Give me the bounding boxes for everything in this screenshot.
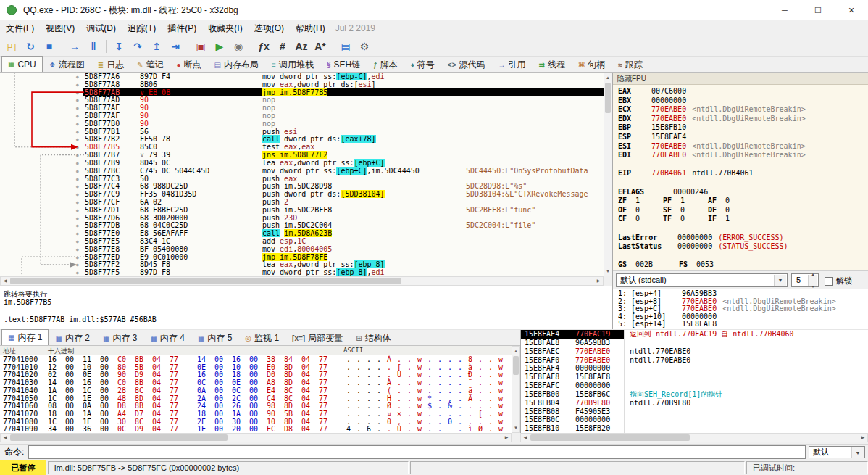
patch-button[interactable]: ▣ — [192, 38, 209, 55]
menu-item-2[interactable]: 调试(D) — [80, 20, 122, 36]
scroll-up-arrow-icon[interactable]: ▲ — [512, 347, 519, 355]
tab-watch1[interactable]: ◎监视 1 — [238, 331, 285, 345]
flags-row[interactable]: ZF1PF1AF0 — [618, 197, 753, 205]
instruction-dot-icon[interactable]: ● — [76, 221, 79, 229]
argument-row-2[interactable]: 2:[esp+8]770EABE0<ntdll.DbgUiRemoteBreak… — [618, 297, 836, 305]
dump-vscroll-thumb[interactable] — [513, 356, 519, 375]
tab-dump3[interactable]: ▦内存 3 — [96, 331, 143, 345]
flag-DF[interactable]: DF0 — [708, 206, 753, 215]
stack-row-15E8FAF4[interactable]: 15E8FAF400000000 — [521, 364, 868, 373]
disasm-row-5D8F77AD[interactable]: ●5D8F77AD90nop — [0, 96, 604, 104]
scroll-left-arrow-icon[interactable]: ◀ — [1, 277, 9, 285]
calculator-button[interactable]: ƒx — [255, 38, 272, 55]
dump-hscroll-thumb[interactable] — [10, 434, 228, 441]
stack-view[interactable]: 15E8FAE4770EAC19返回到 ntdll.770EAC19 自 ntd… — [520, 330, 868, 433]
tab-dump5[interactable]: ▦内存 5 — [191, 331, 238, 345]
register-row-LastStatus[interactable]: LastStatus00000000(STATUS_SUCCESS) — [618, 242, 788, 251]
tab-script[interactable]: ƒ脚本 — [367, 57, 404, 72]
instruction-dot-icon[interactable]: ● — [76, 143, 79, 151]
tab-seh-chain[interactable]: §SEH链 — [320, 57, 367, 72]
step-over-button[interactable]: ↷ — [129, 38, 146, 55]
stack-row-15E8FAEC[interactable]: 15E8FAEC770EABE0ntdll.770EABE0 — [521, 347, 868, 356]
argument-row-1[interactable]: 1:[esp+4]96A59BB3 — [618, 289, 717, 297]
scroll-left-arrow-icon[interactable]: ◀ — [522, 434, 529, 442]
settings-button[interactable]: ⚙ — [356, 38, 373, 55]
tab-locals[interactable]: [x=]局部变量 — [285, 331, 349, 345]
flag-TF[interactable]: TF0 — [663, 215, 708, 223]
instruction-dot-icon[interactable]: ● — [76, 167, 79, 175]
open-file-button[interactable]: ◰ — [3, 38, 20, 55]
minimize-button[interactable]: ─ — [768, 0, 801, 20]
stack-row-15E8FB08[interactable]: 15E8FB08F45905E3 — [521, 408, 868, 416]
flag-GS[interactable]: GS002B — [618, 260, 679, 269]
disasm-row-5D8F77B2[interactable]: ●5D8F77B2FF50 78call dword ptr ds:[eax+7… — [0, 135, 604, 143]
calling-convention-select[interactable]: 默认 (stdcall) ▼ — [616, 273, 788, 287]
unlock-checkbox[interactable]: 解锁 — [825, 276, 852, 286]
disasm-row-5D8F77C4[interactable]: ●5D8F77C468 988DC25Dpush im.5DC28D985DC2… — [0, 182, 604, 190]
menu-item-0[interactable]: 文件(F) — [0, 20, 40, 36]
instruction-dot-icon[interactable]: ● — [76, 182, 79, 190]
flag-IF[interactable]: IF1 — [708, 215, 753, 223]
register-row-EDX[interactable]: EDX770EABE0<ntdll.DbgUiRemoteBreakin> — [618, 115, 806, 123]
tab-references[interactable]: →引用 — [492, 57, 533, 72]
hide-fpu-button[interactable]: 隐藏FPU — [613, 73, 868, 85]
disasm-row-5D8F77B0[interactable]: ●5D8F77B090nop — [0, 120, 604, 128]
stack-hscrollbar[interactable]: ◀ ▶ — [520, 433, 868, 442]
tab-log[interactable]: ≣日志 — [91, 57, 130, 72]
disasm-row-5D8F77A8[interactable]: ●5D8F77A88B06mov eax,dword ptr ds:[esi] — [0, 80, 604, 88]
tab-trace[interactable]: ≈跟踪 — [612, 57, 649, 72]
tab-struct[interactable]: ⊞结构体 — [349, 331, 397, 345]
disasm-row-5D8F77E0[interactable]: ●5D8F77E0E8 56EAFAFFcall im.5D8A623B — [0, 229, 604, 237]
argument-row-4[interactable]: 4:[esp+10]00000000 — [618, 313, 717, 321]
disasm-row-5D8F77D1[interactable]: ●5D8F77D168 F8BFC25Dpush im.5DC2BFF85DC2… — [0, 206, 604, 214]
disasm-row-5D8F77C3[interactable]: ●5D8F77C350push eax — [0, 175, 604, 183]
goto-button[interactable]: # — [274, 38, 291, 55]
run-button[interactable]: → — [66, 38, 83, 55]
instruction-dot-icon[interactable]: ● — [76, 175, 79, 183]
instruction-dot-icon[interactable]: ● — [76, 206, 79, 214]
register-row-ECX[interactable]: ECX770EABE0<ntdll.DbgUiRemoteBreakin> — [618, 105, 806, 114]
pause-button[interactable]: ‖ — [85, 38, 102, 55]
disasm-row-5D8F77E8[interactable]: ●5D8F77E8BF 05400080mov edi,80004005 — [0, 245, 604, 253]
argument-row-5[interactable]: 5:[esp+14]15E8FAE8 — [618, 320, 717, 328]
disasm-row-5D8F77F5[interactable]: ●5D8F77F5897D F8mov dword ptr ss:[ebp-8]… — [0, 268, 604, 276]
instruction-dot-icon[interactable]: ● — [76, 151, 79, 159]
instruction-dot-icon[interactable]: ● — [76, 253, 79, 261]
register-row-ESI[interactable]: ESI770EABE0<ntdll.DbgUiRemoteBreakin> — [618, 142, 806, 151]
instruction-dot-icon[interactable]: ● — [76, 237, 79, 245]
tab-call-stack[interactable]: ≡调用堆栈 — [265, 57, 320, 72]
instruction-dot-icon[interactable]: ● — [76, 190, 79, 198]
step-out-button[interactable]: ↥ — [148, 38, 165, 55]
disasm-vscrollbar[interactable]: ▲ ▼ — [604, 73, 612, 276]
instruction-dot-icon[interactable]: ● — [76, 128, 79, 136]
find-pattern-button[interactable]: A* — [312, 38, 329, 55]
instruction-dot-icon[interactable]: ● — [76, 214, 79, 222]
dump-row-77041020[interactable]: 7704102002000E0090D9047716001800D08D0477… — [0, 371, 512, 379]
dump-row-77041070[interactable]: 7704107018001A00A4D7047718001A00905B0477… — [0, 410, 512, 418]
dump-row-77041010[interactable]: 7704101012001000805B04770E001000E08D0477… — [0, 363, 512, 371]
instruction-dot-icon[interactable]: ● — [76, 268, 79, 276]
disasm-row-5D8F77D6[interactable]: ●5D8F77D668 3D020000push 23D — [0, 214, 604, 222]
menu-item-5[interactable]: 收藏夹(I) — [202, 20, 248, 36]
instruction-dot-icon[interactable]: ● — [76, 104, 79, 112]
menu-item-1[interactable]: 视图(V) — [40, 20, 80, 36]
stack-row-15E8FAE8[interactable]: 15E8FAE896A59BB3 — [521, 339, 868, 347]
scroll-right-arrow-icon[interactable]: ▶ — [595, 277, 602, 285]
flag-ZF[interactable]: ZF1 — [618, 197, 663, 205]
tab-threads[interactable]: ⇉线程 — [533, 57, 572, 72]
tab-handles[interactable]: ⌘句柄 — [572, 57, 612, 72]
dump-row-77041030[interactable]: 7704103014001600C08B04770C000E00A88D0477… — [0, 379, 512, 387]
dump-row-77041000[interactable]: 7704100016001100C08B04771400160038840477… — [0, 355, 512, 363]
step-into-button[interactable]: ↧ — [110, 38, 128, 55]
disasm-row-5D8F77C9[interactable]: ●5D8F77C9FF35 0481D35Dpush dword ptr ds:… — [0, 190, 604, 198]
disasm-row-5D8F77B7[interactable]: ●5D8F77B7∨ 79 39jns im.5D8F77F2 — [0, 151, 604, 159]
dump-row-77041080[interactable]: 770410801C001E00308C04772E003000108D0477… — [0, 418, 512, 426]
dump-row-77041040[interactable]: 770410401A001C00288C04770A000C00E48C0477… — [0, 387, 512, 395]
close-button[interactable]: ✕ — [835, 0, 868, 20]
tab-dump4[interactable]: ▦内存 4 — [143, 331, 191, 345]
stack-row-15E8FAF8[interactable]: 15E8FAF815E8FAE8 — [521, 373, 868, 381]
flag-FS[interactable]: FS0053 — [679, 260, 740, 269]
stack-row-15E8FAF0[interactable]: 15E8FAF0770EABE0ntdll.770EABE0 — [521, 356, 868, 365]
disasm-row-5D8F77AB[interactable]: ●5D8F77AB∨ EB 08jmp im.5D8F77B5 — [0, 88, 604, 96]
flag-SF[interactable]: SF0 — [663, 206, 708, 215]
